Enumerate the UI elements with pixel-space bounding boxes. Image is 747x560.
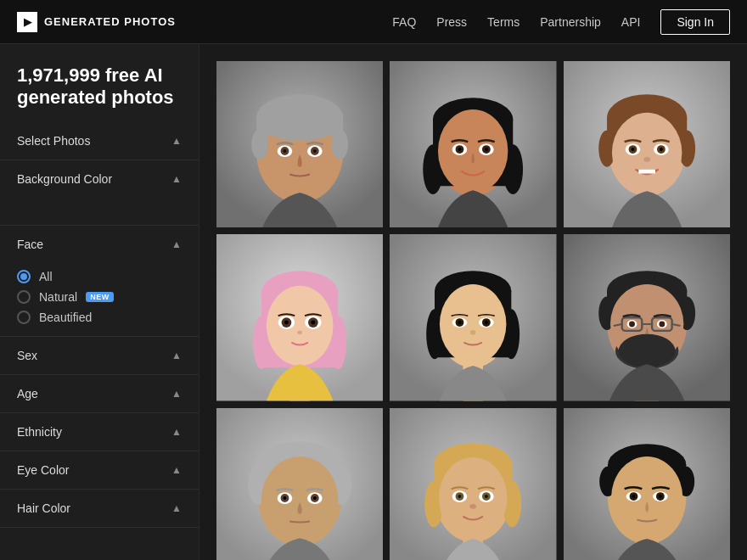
photo-6[interactable]: [564, 234, 730, 400]
page-title: 1,971,999 free AI generated photos: [0, 44, 199, 122]
sex-chevron: ▲: [171, 350, 182, 361]
sidebar-section-background-color: Background Color ▲: [0, 160, 199, 226]
logo-text: GENERATED PHOTOS: [44, 15, 176, 28]
photo-1[interactable]: [216, 61, 383, 227]
photo-3[interactable]: [564, 61, 730, 227]
face-natural-radio[interactable]: [17, 290, 31, 304]
face-options: All Natural NEW Beautified: [17, 270, 182, 324]
background-color-label: Background Color: [17, 172, 112, 186]
face-content: All Natural NEW Beautified: [0, 263, 199, 336]
svg-point-35: [612, 113, 682, 193]
sidebar-section-sex: Sex ▲: [0, 337, 199, 375]
hair-color-header[interactable]: Hair Color ▲: [0, 490, 199, 527]
select-photos-header[interactable]: Select Photos ▲: [0, 122, 199, 160]
ethnicity-label: Ethnicity: [17, 425, 62, 439]
svg-point-135: [659, 495, 662, 498]
photo-5[interactable]: [390, 234, 556, 400]
age-chevron: ▲: [171, 388, 182, 400]
face-all-label: All: [39, 270, 53, 283]
svg-point-56: [284, 321, 289, 325]
svg-point-57: [311, 321, 315, 325]
face-natural-badge: NEW: [86, 292, 114, 302]
face-option-natural[interactable]: Natural NEW: [17, 290, 182, 304]
face-beautified-radio[interactable]: [17, 311, 31, 324]
svg-point-73: [470, 330, 476, 335]
ethnicity-chevron: ▲: [171, 426, 182, 438]
svg-point-100: [261, 456, 338, 543]
photo-gallery: [199, 44, 747, 560]
face-natural-label: Natural: [39, 290, 77, 304]
svg-point-71: [458, 321, 462, 324]
photo-4[interactable]: [216, 234, 383, 400]
select-photos-chevron: ▲: [171, 135, 182, 147]
nav-api[interactable]: API: [621, 15, 641, 29]
age-label: Age: [17, 387, 38, 400]
svg-point-129: [611, 456, 682, 540]
svg-point-91: [659, 322, 665, 328]
svg-point-41: [660, 148, 663, 151]
svg-point-58: [297, 331, 302, 335]
nav-faq[interactable]: FAQ: [392, 15, 416, 29]
nav-press[interactable]: Press: [436, 15, 467, 29]
photo-2[interactable]: [390, 61, 556, 227]
svg-point-114: [439, 457, 507, 539]
eye-color-chevron: ▲: [171, 464, 182, 476]
main-nav: FAQ Press Terms Partnership API Sign In: [392, 9, 730, 35]
sex-header[interactable]: Sex ▲: [0, 337, 199, 374]
photo-grid: [216, 61, 730, 560]
age-header[interactable]: Age ▲: [0, 375, 199, 412]
select-photos-label: Select Photos: [17, 134, 90, 148]
logo[interactable]: ▶ GENERATED PHOTOS: [17, 12, 176, 32]
face-all-radio[interactable]: [17, 270, 31, 283]
svg-point-21: [438, 109, 508, 193]
svg-point-26: [458, 148, 462, 151]
nav-partnership[interactable]: Partnership: [540, 15, 601, 29]
background-color-content: [0, 198, 199, 225]
svg-point-66: [440, 284, 507, 364]
svg-point-42: [643, 157, 650, 162]
hair-color-label: Hair Color: [17, 501, 70, 515]
nav-terms[interactable]: Terms: [487, 15, 520, 29]
svg-point-121: [470, 504, 477, 509]
face-option-beautified[interactable]: Beautified: [17, 311, 182, 324]
background-color-header[interactable]: Background Color ▲: [0, 160, 199, 198]
sidebar-section-hair-color: Hair Color ▲: [0, 490, 199, 528]
sidebar-section-eye-color: Eye Color ▲: [0, 451, 199, 490]
face-beautified-label: Beautified: [39, 311, 92, 324]
svg-point-90: [629, 322, 635, 328]
sidebar: 1,971,999 free AI generated photos Selec…: [0, 44, 199, 560]
face-header[interactable]: Face ▲: [0, 226, 199, 263]
eye-color-label: Eye Color: [17, 463, 69, 477]
svg-point-105: [284, 496, 287, 500]
photo-7[interactable]: [216, 408, 383, 560]
background-color-chevron: ▲: [171, 173, 182, 185]
photo-8[interactable]: [390, 408, 556, 560]
ethnicity-header[interactable]: Ethnicity ▲: [0, 413, 199, 451]
svg-point-6: [251, 129, 268, 159]
svg-point-106: [313, 496, 317, 500]
face-label: Face: [17, 238, 43, 251]
face-option-all[interactable]: All: [17, 270, 182, 283]
svg-point-51: [267, 286, 334, 366]
main-layout: 1,971,999 free AI generated photos Selec…: [0, 44, 747, 560]
face-chevron: ▲: [171, 238, 182, 250]
eye-color-header[interactable]: Eye Color ▲: [0, 451, 199, 489]
svg-point-92: [618, 334, 675, 367]
svg-point-40: [631, 148, 634, 151]
sign-in-button[interactable]: Sign In: [660, 9, 730, 35]
svg-point-12: [284, 149, 287, 153]
sex-label: Sex: [17, 349, 37, 362]
hair-color-chevron: ▲: [171, 502, 182, 514]
svg-point-7: [331, 129, 348, 159]
logo-icon: ▶: [17, 12, 37, 32]
photo-9[interactable]: [564, 408, 730, 560]
sidebar-section-face: Face ▲ All Natural NEW Beau: [0, 226, 199, 337]
svg-point-134: [632, 495, 635, 498]
svg-rect-5: [256, 118, 343, 137]
svg-point-119: [458, 495, 462, 498]
main-header: ▶ GENERATED PHOTOS FAQ Press Terms Partn…: [0, 0, 747, 44]
svg-point-27: [485, 148, 488, 151]
svg-point-13: [313, 149, 317, 153]
sidebar-section-age: Age ▲: [0, 375, 199, 413]
sidebar-section-select-photos: Select Photos ▲: [0, 122, 199, 160]
